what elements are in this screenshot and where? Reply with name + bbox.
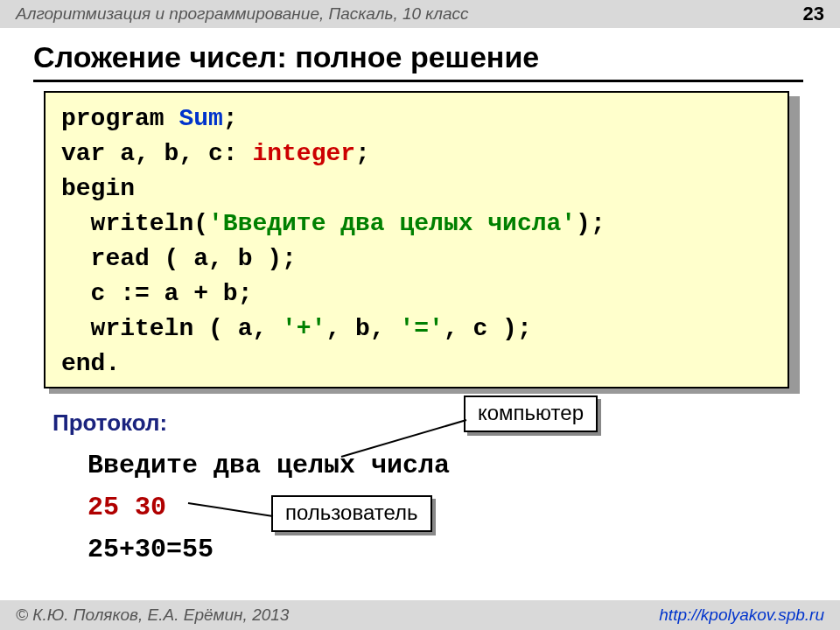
svg-line-1 [188,503,273,516]
svg-line-0 [341,420,466,457]
slide-footer: © К.Ю. Поляков, Е.А. Ерёмин, 2013 http:/… [0,600,840,630]
footer-copyright: © К.Ю. Поляков, Е.А. Ерёмин, 2013 [16,606,289,625]
pointer-computer [0,0,840,630]
footer-url[interactable]: http://kpolyakov.spb.ru [659,606,824,625]
